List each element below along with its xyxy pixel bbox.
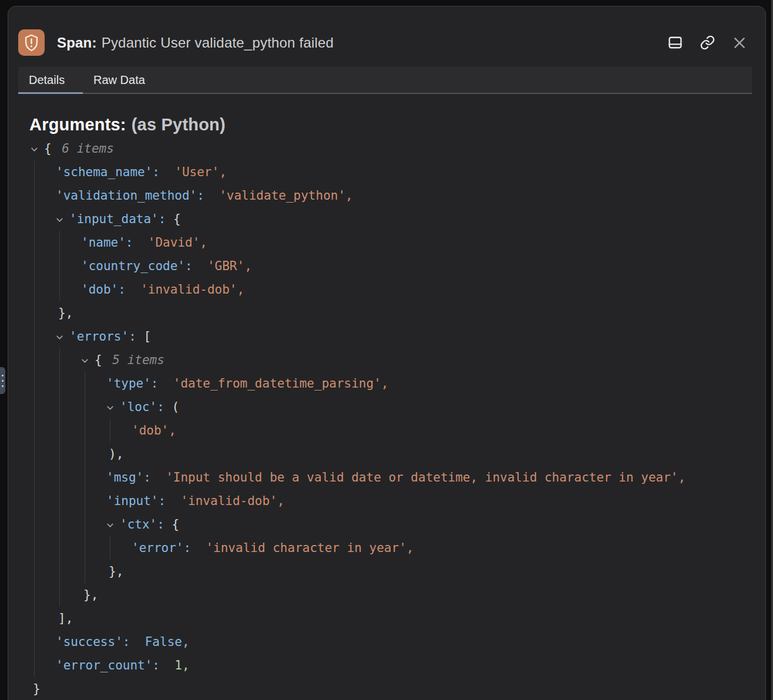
tree-pair-row: 'success':False, <box>56 630 765 654</box>
tree-expander-row[interactable]: 'ctx':{ <box>106 513 765 536</box>
tree-key: 'input': <box>106 494 166 508</box>
tree-close-row: ], <box>56 607 765 630</box>
panel-title: Span:Pydantic User validate_python faile… <box>57 35 334 51</box>
tree-key: 'error': <box>132 541 191 555</box>
tree-close-bracket: } <box>33 682 41 696</box>
arguments-heading: Arguments:(as Python) <box>29 115 765 134</box>
tree-key: 'loc': <box>120 400 164 414</box>
tree-key: 'success': <box>56 635 130 649</box>
panel-header: Span:Pydantic User validate_python faile… <box>8 6 765 63</box>
tree-children: 'dob', <box>110 419 765 442</box>
tree-pair-row: 'schema_name':'User', <box>56 160 765 184</box>
chevron-down-icon[interactable] <box>31 145 44 153</box>
tree-key: 'validation_method': <box>56 189 204 203</box>
tree-pair-row: 'name':'David', <box>81 231 765 254</box>
tab-raw-data-label: Raw Data <box>93 73 145 87</box>
tree-value: 'date_from_datetime_parsing', <box>173 376 389 391</box>
arguments-json-tree: {6 items'schema_name':'User','validation… <box>8 137 765 700</box>
tree-open-bracket: ( <box>172 400 180 414</box>
handle-dot <box>2 380 4 382</box>
tree-pair-row: 'input':'invalid-dob', <box>106 489 765 513</box>
tree-value: 'Input should be a valid date or datetim… <box>166 470 685 484</box>
tree-value: 'validate_python', <box>219 189 353 203</box>
tree-pair-row: 'dob':'invalid-dob', <box>81 278 765 301</box>
tree-close-bracket: }, <box>83 588 98 602</box>
tree-open-bracket: { <box>44 142 52 156</box>
tree-close-bracket: }, <box>109 564 123 578</box>
close-icon[interactable] <box>731 35 748 51</box>
tree-close-row: }, <box>106 560 765 583</box>
tree-key: 'type': <box>106 376 159 391</box>
tree-key: 'error_count': <box>56 658 160 672</box>
tree-children: 'schema_name':'User','validation_method'… <box>34 160 765 677</box>
tree-children: {5 items'type':'date_from_datetime_parsi… <box>59 348 765 607</box>
tree-expander-row[interactable]: {5 items <box>81 348 765 372</box>
tree-key: 'ctx': <box>120 517 164 531</box>
panel-title-text: Pydantic User validate_python failed <box>102 35 334 51</box>
tab-bar: Details Raw Data <box>18 67 752 94</box>
tree-open-bracket: { <box>172 517 180 531</box>
tree-close-row: }, <box>81 583 765 607</box>
tree-value: 'dob', <box>132 423 176 438</box>
tree-key: 'country_code': <box>81 259 193 273</box>
tree-close-row: }, <box>56 301 765 325</box>
tree-value: 'David', <box>148 235 207 250</box>
tree-pair-row: 'error':'invalid character in year', <box>132 536 765 560</box>
chevron-down-icon[interactable] <box>81 356 95 365</box>
tree-value: 'User', <box>174 165 227 179</box>
tree-key: 'schema_name': <box>56 165 160 179</box>
tree-item-count: 5 items <box>112 353 164 367</box>
tree-key: 'msg': <box>106 470 151 484</box>
tree-children: 'type':'date_from_datetime_parsing','loc… <box>85 372 765 583</box>
tree-pair-row: 'country_code':'GBR', <box>81 254 765 278</box>
tree-value: 'invalid character in year', <box>206 541 414 555</box>
tree-value: False, <box>145 635 190 649</box>
tree-open-bracket: { <box>95 353 102 367</box>
tree-close-row: } <box>31 677 765 700</box>
tree-close-bracket: ], <box>58 611 73 625</box>
panel-actions <box>667 35 750 51</box>
tab-raw-data[interactable]: Raw Data <box>83 67 156 93</box>
tree-key: 'errors': <box>69 329 136 344</box>
tree-close-row: ), <box>106 442 765 466</box>
tree-expander-row[interactable]: 'errors':[ <box>56 325 765 348</box>
tree-key: 'name': <box>81 235 133 250</box>
details-content: Arguments:(as Python) {6 items'schema_na… <box>8 115 765 700</box>
tree-close-bracket: ), <box>109 447 123 461</box>
tree-expander-row[interactable]: 'loc':( <box>106 395 765 419</box>
tree-key: 'input_data': <box>69 212 166 226</box>
tree-children: 'error':'invalid character in year', <box>110 536 765 560</box>
tree-open-bracket: { <box>173 212 181 226</box>
tree-value: 1, <box>174 658 189 672</box>
tree-value: 'invalid-dob', <box>180 494 284 508</box>
tree-value: 'invalid-dob', <box>140 282 244 297</box>
tree-pair-row: 'type':'date_from_datetime_parsing', <box>106 372 765 395</box>
tree-pair-row: 'msg':'Input should be a valid date or d… <box>106 466 765 489</box>
tree-item-count: 6 items <box>62 142 114 156</box>
screen-background: Span:Pydantic User validate_python faile… <box>0 0 773 700</box>
tree-item-row: 'dob', <box>132 419 765 442</box>
handle-dot <box>2 385 4 387</box>
link-icon[interactable] <box>699 35 715 51</box>
tree-expander-row[interactable]: 'input_data':{ <box>56 207 765 231</box>
chevron-down-icon[interactable] <box>106 521 120 529</box>
span-detail-panel: Span:Pydantic User validate_python faile… <box>8 6 766 700</box>
arguments-heading-main: Arguments: <box>29 115 126 134</box>
panel-title-prefix: Span: <box>57 35 97 51</box>
tab-details[interactable]: Details <box>18 67 83 93</box>
tree-open-bracket: [ <box>143 329 151 344</box>
tree-pair-row: 'error_count':1, <box>56 654 765 677</box>
chevron-down-icon[interactable] <box>106 403 120 412</box>
tree-close-bracket: }, <box>58 306 73 320</box>
tree-key: 'dob': <box>81 282 126 297</box>
handle-dot <box>2 375 4 376</box>
arguments-heading-suffix: (as Python) <box>132 115 226 134</box>
tree-children: 'name':'David','country_code':'GBR','dob… <box>59 231 765 301</box>
chevron-down-icon[interactable] <box>56 333 69 341</box>
panel-resize-handle[interactable] <box>0 367 5 394</box>
tree-expander-row[interactable]: {6 items <box>31 137 765 160</box>
tab-details-label: Details <box>29 73 65 87</box>
chevron-down-icon[interactable] <box>56 216 69 224</box>
shield-exclamation-icon <box>18 29 45 56</box>
panel-bottom-icon[interactable] <box>667 35 683 51</box>
